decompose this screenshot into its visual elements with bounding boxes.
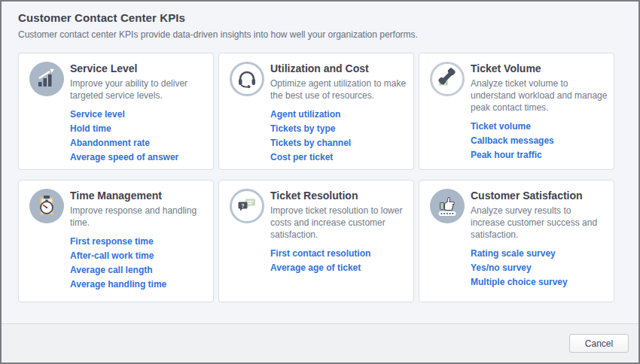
card-title: Utilization and Cost: [270, 62, 407, 74]
kpi-link-cost-per-ticket[interactable]: Cost per ticket: [270, 153, 407, 162]
page-subtitle: Customer contact center KPIs provide dat…: [18, 29, 638, 40]
cancel-button[interactable]: Cancel: [569, 334, 629, 353]
card-description: Improve response and handling time.: [70, 205, 207, 229]
kpi-link-multiple-choice-survey[interactable]: Multiple choice survey: [471, 278, 608, 287]
kpi-card-ticket-volume: Ticket Volume Analyze ticket volume to u…: [419, 53, 614, 170]
kpi-link-rating-scale-survey[interactable]: Rating scale survey: [471, 249, 608, 258]
svg-text:?: ?: [241, 203, 244, 208]
card-description: Analyze ticket volume to understand work…: [471, 77, 608, 114]
kpi-link-peak-hour-traffic[interactable]: Peak hour traffic: [471, 150, 608, 159]
kpi-link-yes-no-survey[interactable]: Yes/no survey: [471, 263, 608, 272]
kpi-link-callback-messages[interactable]: Callback messages: [471, 136, 608, 145]
kpi-link-service-level[interactable]: Service level: [70, 110, 207, 119]
card-title: Service Level: [70, 62, 207, 74]
kpi-card-service-level: Service Level Improve your ability to de…: [18, 53, 214, 170]
kpi-link-average-age-of-ticket[interactable]: Average age of ticket: [270, 263, 407, 272]
kpi-dialog: Customer Contact Center KPIs Customer co…: [0, 0, 640, 364]
kpi-link-abandonment-rate[interactable]: Abandonment rate: [70, 138, 207, 147]
kpi-card-time-management: Time Management Improve response and han…: [18, 180, 214, 302]
kpi-link-average-speed-of-answer[interactable]: Average speed of answer: [70, 153, 207, 162]
dialog-content: Customer Contact Center KPIs Customer co…: [2, 2, 638, 302]
headset-icon: [230, 62, 264, 96]
card-description: Analyze survey results to increase custo…: [471, 205, 608, 241]
thumbs-up-rating-icon: [430, 189, 465, 223]
kpi-link-after-call-work-time[interactable]: After-call work time: [70, 251, 207, 260]
card-description: Improve your ability to deliver targeted…: [70, 77, 207, 102]
kpi-link-first-response-time[interactable]: First response time: [70, 237, 207, 246]
card-description: Improve ticket resolution to lower costs…: [270, 205, 407, 241]
kpi-link-first-contact-resolution[interactable]: First contact resolution: [270, 249, 407, 258]
question-chat-bubbles-icon: ?: [230, 189, 264, 223]
kpi-link-tickets-by-channel[interactable]: Tickets by channel: [270, 138, 407, 147]
kpi-link-tickets-by-type[interactable]: Tickets by type: [270, 124, 407, 133]
card-title: Time Management: [70, 190, 207, 202]
bar-chart-trend-icon: [29, 62, 64, 96]
kpi-card-utilization-and-cost: Utilization and Cost Optimize agent util…: [218, 53, 414, 170]
stopwatch-clipboard-icon: [29, 189, 64, 223]
kpi-link-average-call-length[interactable]: Average call length: [70, 265, 207, 275]
kpi-link-hold-time[interactable]: Hold time: [70, 124, 207, 133]
card-title: Ticket Volume: [471, 62, 608, 74]
kpi-card-ticket-resolution: ? Ticket Resolution Improve ticket resol…: [218, 180, 414, 302]
kpi-link-agent-utilization[interactable]: Agent utilization: [270, 110, 407, 119]
kpi-link-average-handling-time[interactable]: Average handling time: [70, 280, 207, 289]
card-title: Customer Satisfaction: [471, 190, 608, 202]
kpi-card-grid: Service Level Improve your ability to de…: [18, 53, 638, 302]
card-title: Ticket Resolution: [270, 190, 407, 202]
kpi-link-ticket-volume[interactable]: Ticket volume: [471, 122, 608, 131]
dialog-footer: Cancel: [2, 323, 638, 362]
phone-volume-bars-icon: [430, 62, 465, 96]
kpi-card-customer-satisfaction: Customer Satisfaction Analyze survey res…: [419, 180, 614, 302]
page-title: Customer Contact Center KPIs: [18, 11, 638, 24]
card-description: Optimize agent utilization to make the b…: [270, 77, 407, 102]
